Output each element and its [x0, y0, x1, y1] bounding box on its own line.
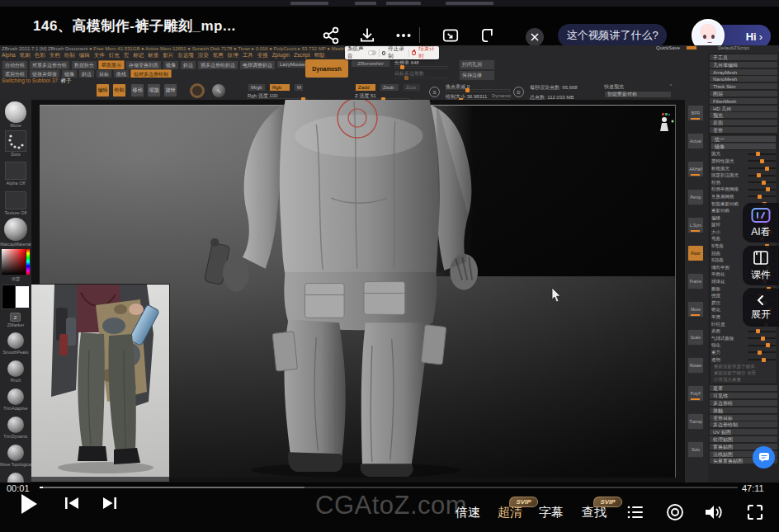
- zremesher-button[interactable]: ZRemesher: [351, 59, 390, 68]
- menu-item[interactable]: 影片: [163, 52, 173, 59]
- hue-strip[interactable]: [26, 249, 30, 275]
- shelf-tool-button[interactable]: BPR: [687, 105, 704, 121]
- deformation-slider[interactable]: 气球式膨胀: [711, 335, 776, 342]
- menu-item[interactable]: 变换: [257, 52, 268, 59]
- tool-section[interactable]: HD 几何: [710, 106, 777, 112]
- share-icon[interactable]: [322, 26, 340, 45]
- mrgb-button[interactable]: Mrgb: [248, 83, 266, 92]
- subtitle-button[interactable]: 字幕: [539, 505, 564, 520]
- close-holes-button[interactable]: 封闭孔洞: [459, 59, 495, 70]
- quick-brush[interactable]: Morph: [0, 473, 31, 483]
- shelf-tool-button[interactable]: Floor: [687, 245, 704, 261]
- menu-item[interactable]: 渲染: [198, 52, 209, 59]
- deformation-slider[interactable]: 松弛平面网格: [711, 186, 776, 194]
- current-brush-thumbnail[interactable]: [5, 101, 26, 123]
- zmarker-icon[interactable]: Z: [10, 313, 21, 322]
- camera-up-gizmo-icon[interactable]: [657, 113, 675, 134]
- shelf-tool-button[interactable]: PolyF: [687, 385, 704, 402]
- deformation-slider[interactable]: 固定折边抛光: [711, 172, 776, 179]
- tool-section[interactable]: Thick Skin: [710, 83, 777, 90]
- menu-item[interactable]: 色彩: [35, 52, 45, 59]
- shelf-button[interactable]: 镜像: [163, 60, 179, 69]
- shelf-button[interactable]: 对显多边形分组: [29, 60, 70, 69]
- sound-toggle[interactable]: [368, 50, 376, 55]
- rotate-mode-button[interactable]: 旋转: [163, 83, 177, 97]
- shelf-tool-button[interactable]: Rotate: [687, 357, 704, 374]
- shelf-button[interactable]: 电焊调整斜边: [239, 60, 276, 69]
- deformation-slider[interactable]: 按特性抛光: [711, 158, 776, 165]
- m-button[interactable]: M: [294, 83, 304, 92]
- menu-item[interactable]: Zscript: [294, 52, 310, 58]
- shelf-tool-button[interactable]: Persp: [687, 189, 704, 205]
- texture-thumbnail[interactable]: [5, 191, 26, 210]
- shelf-button[interactable]: 数据拆分: [71, 60, 97, 69]
- end-record-button[interactable]: 结束计时: [418, 45, 437, 60]
- shelf-tool-button[interactable]: Actual: [687, 133, 704, 149]
- panel-header[interactable]: 镜像: [711, 144, 776, 150]
- stroke-s-icon[interactable]: S: [429, 87, 440, 97]
- more-icon[interactable]: [394, 26, 413, 45]
- deformation-slider[interactable]: 表面: [711, 327, 776, 335]
- zsub-button[interactable]: Zsub: [380, 83, 399, 92]
- quicksave-button[interactable]: QuickSave: [656, 45, 680, 50]
- menu-item[interactable]: Zplugin: [272, 52, 290, 58]
- shelf-tool-button[interactable]: Move: [687, 301, 704, 318]
- shelf-button[interactable]: 双面显示: [98, 60, 125, 69]
- dynamesh-button[interactable]: Dynamesh: [305, 59, 348, 78]
- shelf-tool-button[interactable]: Frame: [687, 273, 704, 290]
- next-episode-button[interactable]: [101, 497, 117, 510]
- deformation-slider[interactable]: 锐化: [711, 342, 776, 350]
- tool-section[interactable]: 几何体编辑: [710, 62, 777, 68]
- menu-item[interactable]: 纹理: [228, 52, 238, 59]
- tool-section[interactable]: 表面: [710, 120, 777, 126]
- stop-record-button[interactable]: 停止录制: [388, 45, 406, 60]
- chat-bubble-button[interactable]: [753, 446, 775, 468]
- deformation-slider[interactable]: 透明: [711, 356, 776, 364]
- panel-header[interactable]: 统一: [711, 136, 776, 143]
- menu-item[interactable]: 笔画: [213, 52, 224, 59]
- shelf-button[interactable]: 自动分组: [2, 60, 28, 69]
- quick-brush[interactable]: TrimAdaptive: [0, 388, 31, 411]
- resolution-slider[interactable]: [394, 66, 447, 68]
- tool-section[interactable]: 多边形绘制: [710, 421, 777, 428]
- smart-resym-button[interactable]: 智能重新对称: [604, 91, 672, 98]
- stroke-thumbnail[interactable]: [5, 130, 26, 152]
- alpha-thumbnail[interactable]: [5, 162, 26, 180]
- shelf-button[interactable]: 存储变换剖面: [125, 60, 162, 69]
- menu-item[interactable]: Alpha: [2, 52, 16, 58]
- deformation-slider[interactable]: 粗糙抛光: [711, 165, 776, 172]
- menu-item[interactable]: 文档: [50, 52, 60, 59]
- shelf-tool-button[interactable]: L.Sym: [687, 217, 704, 233]
- shelf-button[interactable]: 捕多边形组斜边: [197, 60, 238, 69]
- tool-section[interactable]: 纹理贴图: [710, 436, 777, 443]
- shelf-button[interactable]: 底层分组: [2, 69, 28, 78]
- target-poly-slider[interactable]: [394, 77, 447, 79]
- shelf-button[interactable]: 斜边: [180, 60, 196, 69]
- play-button[interactable]: [21, 494, 37, 514]
- tool-section[interactable]: UV 贴图: [710, 429, 777, 435]
- draw-mode-button[interactable]: 绘制: [112, 83, 126, 97]
- deformation-slider[interactable]: 松弛: [711, 179, 776, 186]
- tool-section[interactable]: 可见性: [710, 393, 777, 399]
- tool-section[interactable]: FiberMesh: [710, 98, 777, 105]
- stroke-type-icon[interactable]: ∿: [212, 84, 225, 97]
- menu-item[interactable]: 材质: [148, 52, 158, 59]
- menu-item[interactable]: 灯光: [109, 52, 120, 59]
- quick-brush[interactable]: Pinch: [0, 360, 31, 383]
- zbrush-canvas[interactable]: [31, 100, 685, 483]
- dock-sidebar-icon[interactable]: [479, 26, 498, 45]
- menu-item[interactable]: 标记: [133, 52, 144, 59]
- stroke-d-icon[interactable]: D: [513, 87, 524, 97]
- current-brush-icon[interactable]: [190, 83, 205, 98]
- tool-section[interactable]: 变形目标: [710, 415, 777, 421]
- tool-section[interactable]: 变形: [710, 127, 777, 134]
- tool-section[interactable]: 多边形组: [710, 400, 777, 407]
- menu-item[interactable]: 帮助: [314, 52, 324, 59]
- menu-item[interactable]: 工具: [243, 52, 253, 59]
- rgb-button[interactable]: Rgb: [269, 83, 290, 92]
- ai-watch-button[interactable]: AI看: [743, 203, 779, 242]
- tool-section[interactable]: 遮罩: [710, 385, 777, 392]
- record-ring-icon[interactable]: [665, 502, 685, 522]
- tool-section[interactable]: 子工具: [710, 54, 777, 61]
- quick-brush[interactable]: TrimDynamic: [0, 417, 31, 439]
